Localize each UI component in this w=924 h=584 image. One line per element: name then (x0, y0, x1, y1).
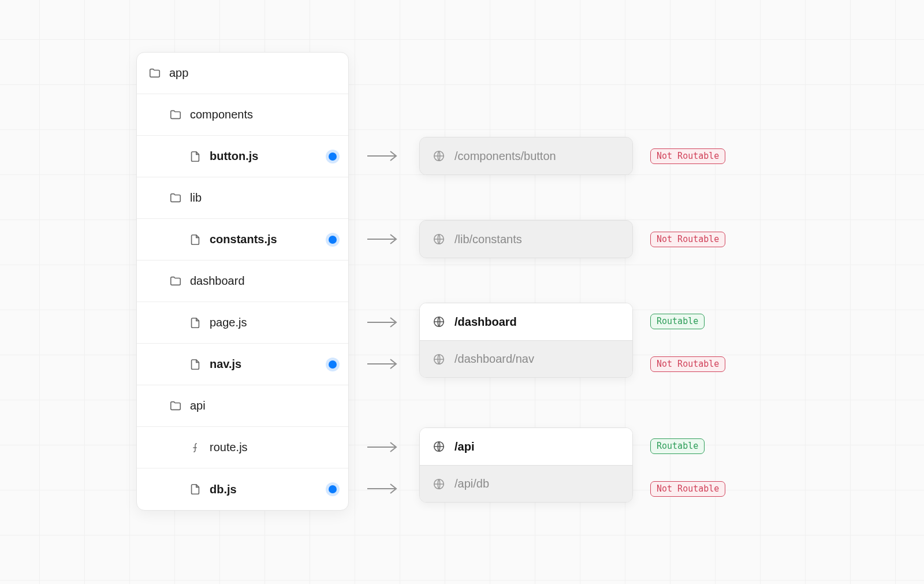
badge-not-routable: Not Routable (650, 356, 725, 372)
url-row: /components/button (420, 137, 632, 174)
url-row-api: /api (420, 428, 632, 465)
folder-icon (169, 192, 182, 204)
folder-icon (169, 400, 182, 412)
url-row-dashboard-nav: /dashboard/nav (420, 340, 632, 377)
tree-label-nav-js: nav.js (210, 358, 241, 371)
tree-label-route-js: route.js (210, 441, 248, 454)
url-box-api-group: /api /api/db (419, 427, 633, 503)
badge-not-routable: Not Routable (650, 481, 725, 497)
arrow-icon (366, 482, 401, 496)
arrow-icon (366, 232, 401, 246)
url-box-components-button: /components/button (419, 137, 633, 175)
arrow-icon (366, 440, 401, 454)
arrow-icon (366, 357, 401, 371)
file-icon (189, 483, 202, 496)
url-text: /lib/constants (454, 233, 522, 246)
folder-icon (169, 275, 182, 288)
tree-label-dashboard: dashboard (190, 274, 245, 288)
file-icon (189, 150, 202, 163)
url-text: /components/button (454, 150, 556, 163)
file-icon (189, 233, 202, 246)
tree-row-route-js: route.js (137, 427, 348, 468)
arrow-icon (366, 315, 401, 329)
url-text: /api/db (454, 477, 489, 490)
badge-routable: Routable (650, 438, 705, 454)
tree-row-page-js: page.js (137, 302, 348, 344)
globe-icon (433, 315, 445, 328)
url-text: /dashboard (454, 315, 517, 329)
tree-label-db-js: db.js (210, 483, 237, 496)
colocated-dot-icon (329, 152, 337, 161)
tree-row-api: api (137, 385, 348, 427)
folder-icon (148, 67, 161, 80)
function-icon (189, 441, 202, 454)
tree-label-button-js: button.js (210, 150, 258, 163)
tree-label-constants-js: constants.js (210, 233, 277, 246)
url-row-dashboard: /dashboard (420, 303, 632, 340)
url-text: /api (454, 440, 474, 453)
tree-label-api: api (190, 399, 206, 412)
tree-row-constants-js: constants.js (137, 219, 348, 261)
tree-row-db-js: db.js (137, 468, 348, 510)
globe-icon (433, 353, 445, 366)
globe-icon (433, 233, 445, 245)
tree-row-nav-js: nav.js (137, 344, 348, 385)
badge-routable: Routable (650, 314, 705, 329)
globe-icon (433, 478, 445, 490)
globe-icon (433, 150, 445, 162)
tree-row-app: app (137, 53, 348, 94)
tree-row-components: components (137, 94, 348, 136)
tree-row-lib: lib (137, 177, 348, 219)
url-row-api-db: /api/db (420, 465, 632, 502)
url-text: /dashboard/nav (454, 352, 534, 366)
colocated-dot-icon (329, 485, 337, 493)
badge-not-routable: Not Routable (650, 232, 725, 247)
tree-label-lib: lib (190, 191, 202, 204)
tree-label-page-js: page.js (210, 316, 247, 329)
file-tree-panel: app components button.js lib c (136, 52, 349, 511)
folder-icon (169, 109, 182, 121)
file-icon (189, 317, 202, 329)
tree-row-button-js: button.js (137, 136, 348, 177)
tree-label-components: components (190, 108, 253, 121)
colocated-dot-icon (329, 360, 337, 369)
globe-icon (433, 440, 445, 453)
file-icon (189, 358, 202, 371)
tree-row-dashboard: dashboard (137, 261, 348, 302)
url-box-lib-constants: /lib/constants (419, 220, 633, 258)
colocated-dot-icon (329, 236, 337, 244)
tree-label-app: app (169, 66, 188, 80)
badge-not-routable: Not Routable (650, 148, 725, 164)
diagram-canvas: app components button.js lib c (66, 0, 858, 584)
arrow-icon (366, 149, 401, 163)
url-box-dashboard-group: /dashboard /dashboard/nav (419, 303, 633, 378)
url-row: /lib/constants (420, 221, 632, 258)
